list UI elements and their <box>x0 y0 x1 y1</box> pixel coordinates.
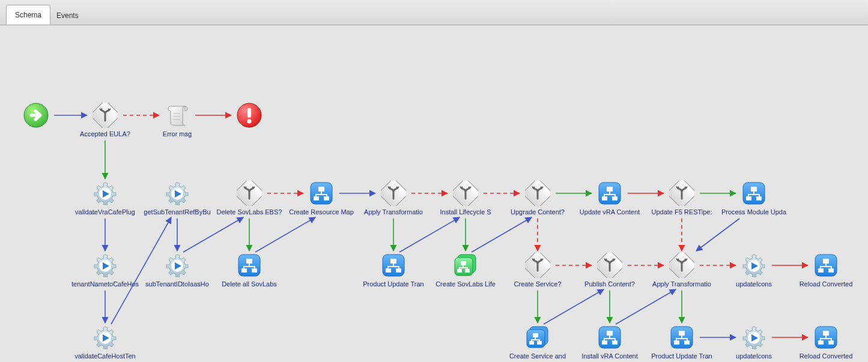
workflow-icon <box>813 325 839 350</box>
arrow <box>183 217 243 252</box>
gear-icon <box>741 253 766 278</box>
node-updateIcons1[interactable]: updateIcons <box>718 253 790 288</box>
node-updateF5RESTipe[interactable]: Update F5 RESTipe: <box>646 181 718 216</box>
node-productUpdateTran2[interactable]: Product Update Tran <box>646 325 718 360</box>
node-label: subTenantIDtoIaasHo <box>141 280 213 288</box>
decision-icon <box>669 181 694 206</box>
node-installVraContent[interactable]: Install vRA Content <box>574 325 646 360</box>
workflow-icon <box>741 181 766 206</box>
tab-events[interactable]: Events <box>48 6 87 26</box>
node-createResourceMap[interactable]: Create Resource Map <box>285 181 357 216</box>
node-label: Create Resource Map <box>285 208 357 216</box>
gear-icon <box>93 181 118 206</box>
node-label: tenantNametoCafeHos <box>69 280 141 288</box>
node-errmsg[interactable]: Error msg <box>141 103 213 137</box>
node-processModuleUpda[interactable]: Process Module Upda <box>718 181 790 216</box>
arrow <box>399 217 460 252</box>
node-subTenantIDtoIaasHo[interactable]: subTenantIDtoIaasHo <box>141 253 213 288</box>
node-label: Create SovLabs Life <box>429 280 502 288</box>
node-validateVraCafePlug[interactable]: validateVraCafePlug <box>69 181 141 216</box>
node-label: Create Service? <box>502 280 574 288</box>
node-label: Process Module Upda <box>718 208 790 216</box>
workflow-icon <box>597 181 622 206</box>
start-icon <box>23 103 49 128</box>
error-icon <box>237 103 262 128</box>
tabs-bar: Schema Events <box>0 0 868 25</box>
node-label: Accepted EULA? <box>69 130 141 137</box>
node-label: Product Update Tran <box>357 280 429 288</box>
gear-icon <box>165 181 190 206</box>
decision-icon <box>453 181 478 206</box>
decision-icon <box>93 103 118 128</box>
node-error[interactable] <box>213 103 285 130</box>
node-createService[interactable]: Create Service? <box>502 253 574 288</box>
decision-icon <box>597 253 622 278</box>
gear-icon <box>93 325 118 350</box>
node-label: Delete SovLabs EBS? <box>213 208 285 216</box>
node-applyTransform2[interactable]: Apply Transformatio <box>646 253 718 288</box>
node-label: Reload Converted <box>790 352 862 360</box>
node-installLifecycleS[interactable]: Install Lifecycle S <box>429 181 502 216</box>
node-label: Install vRA Content <box>574 352 646 360</box>
arrow <box>255 217 315 252</box>
node-tenantNametoCafeHos[interactable]: tenantNametoCafeHos <box>69 253 141 288</box>
workflow-icon <box>597 325 622 350</box>
gear-icon <box>741 325 766 350</box>
workflow-canvas[interactable]: Accepted EULA?Error msgvalidateVraCafePl… <box>0 25 868 362</box>
decision-icon <box>237 181 262 206</box>
gear-icon <box>165 253 190 278</box>
decision-icon <box>669 253 694 278</box>
node-label: validateCafeHostTen <box>69 352 141 360</box>
node-deleteAllSovLabs[interactable]: Delete all SovLabs <box>213 253 285 288</box>
node-createSovLabsLife[interactable]: Create SovLabs Life <box>429 253 502 288</box>
node-label: getSubTenantRefByBu <box>141 208 213 216</box>
node-label: Error msg <box>141 130 213 137</box>
node-label: Apply Transformatio <box>357 208 429 216</box>
node-label: Publish Content? <box>574 280 646 288</box>
workflow-icon <box>669 325 694 350</box>
script-icon <box>165 103 190 128</box>
node-reloadConverted1[interactable]: Reload Converted <box>790 253 862 288</box>
decision-icon <box>381 181 406 206</box>
node-label: Apply Transformatio <box>646 280 718 288</box>
node-label: Upgrade Content? <box>502 208 574 216</box>
node-upgradeContent[interactable]: Upgrade Content? <box>502 181 574 216</box>
arrow <box>472 217 532 252</box>
node-label: validateVraCafePlug <box>69 208 141 216</box>
node-productUpdateTran1[interactable]: Product Update Tran <box>357 253 429 288</box>
node-label: Update vRA Content <box>574 208 646 216</box>
node-updateVraContent[interactable]: Update vRA Content <box>574 181 646 216</box>
node-label: Delete all SovLabs <box>213 280 285 288</box>
node-validateCafeHostTen[interactable]: validateCafeHostTen <box>69 325 141 360</box>
node-eula[interactable]: Accepted EULA? <box>69 103 141 137</box>
node-deleteSovLabsEBS[interactable]: Delete SovLabs EBS? <box>213 181 285 216</box>
node-label: Product Update Tran <box>646 352 718 360</box>
workflow-icon <box>813 253 839 278</box>
node-publishContent[interactable]: Publish Content? <box>574 253 646 288</box>
node-label: Install Lifecycle S <box>429 208 502 216</box>
node-label: Update F5 RESTipe: <box>646 208 718 216</box>
node-label: Reload Converted <box>790 280 862 288</box>
node-label: updateIcons <box>718 280 790 288</box>
tab-schema[interactable]: Schema <box>6 5 50 25</box>
node-applyTransform1[interactable]: Apply Transformatio <box>357 181 429 216</box>
node-updateIcons2[interactable]: updateIcons <box>718 325 790 360</box>
node-getSubTenantRefByBu[interactable]: getSubTenantRefByBu <box>141 181 213 216</box>
node-createServiceAnd[interactable]: Create Service and <box>502 325 574 360</box>
node-reloadConverted2[interactable]: Reload Converted <box>790 325 862 360</box>
stack-icon <box>453 253 478 278</box>
decision-icon <box>525 181 550 206</box>
workflow-icon <box>237 253 262 278</box>
workflow-icon <box>381 253 406 278</box>
node-label: updateIcons <box>718 352 790 360</box>
node-label: Create Service and <box>502 352 574 360</box>
arrow <box>544 289 604 324</box>
workflow-icon <box>309 181 334 206</box>
gear-icon <box>93 253 118 278</box>
arrow <box>696 219 739 251</box>
stack-blue-icon <box>525 325 550 350</box>
arrow <box>616 289 676 324</box>
decision-icon <box>525 253 550 278</box>
node-start[interactable] <box>0 103 72 130</box>
